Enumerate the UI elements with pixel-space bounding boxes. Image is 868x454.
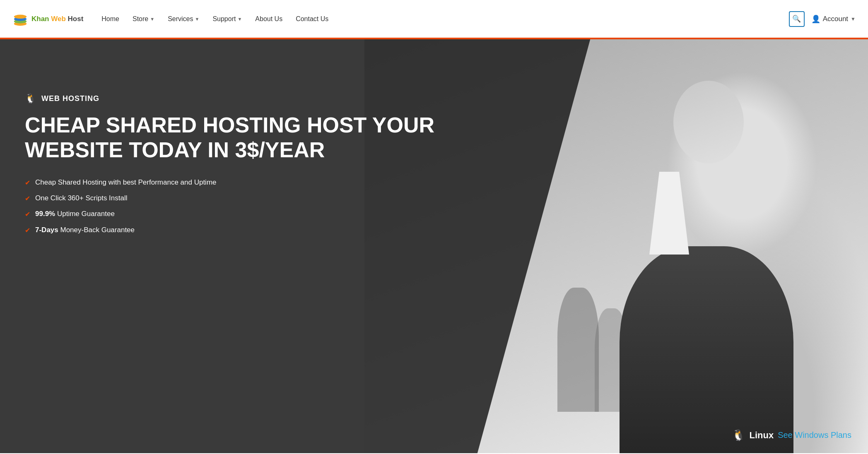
man-body xyxy=(620,246,793,453)
nav-store[interactable]: Store ▼ xyxy=(127,12,160,26)
user-icon: 👤 xyxy=(811,14,820,24)
linux-tux-icon: 🐧 xyxy=(25,93,36,104)
nav-links: Home Store ▼ Services ▼ Support ▼ About … xyxy=(96,12,788,26)
account-button[interactable]: 👤 Account ▼ xyxy=(811,14,856,24)
services-chevron-icon: ▼ xyxy=(195,17,200,22)
check-icon-2: ✔ xyxy=(25,194,30,203)
hero-section: 🐧 WEB HOSTING CHEAP SHARED HOSTING HOST … xyxy=(0,39,868,453)
nav-support[interactable]: Support ▼ xyxy=(207,12,248,26)
feature-1: ✔ Cheap Shared Hosting with best Perform… xyxy=(25,178,453,187)
linux-label: Linux xyxy=(749,430,774,441)
check-icon-4: ✔ xyxy=(25,226,30,235)
nav-about-us[interactable]: About Us xyxy=(249,12,288,26)
svg-point-3 xyxy=(14,14,27,19)
logo[interactable]: Khan Web Host xyxy=(12,11,83,27)
nav-services[interactable]: Services ▼ xyxy=(162,12,205,26)
search-button[interactable]: 🔍 xyxy=(789,11,805,27)
nav-home[interactable]: Home xyxy=(96,12,125,26)
hero-content: 🐧 WEB HOSTING CHEAP SHARED HOSTING HOST … xyxy=(0,39,477,453)
nav-right: 🔍 👤 Account ▼ xyxy=(789,11,856,27)
account-chevron-icon: ▼ xyxy=(851,16,856,22)
hero-features-list: ✔ Cheap Shared Hosting with best Perform… xyxy=(25,178,453,235)
check-icon-1: ✔ xyxy=(25,178,30,187)
hero-bottom-right: 🐧 Linux See Windows Plans xyxy=(732,429,851,442)
check-icon-3: ✔ xyxy=(25,210,30,219)
linux-tux-bottom-icon: 🐧 xyxy=(732,429,745,442)
hero-title: CHEAP SHARED HOSTING HOST YOUR WEBSITE T… xyxy=(25,113,453,163)
feature-2: ✔ One Click 360+ Scripts Install xyxy=(25,193,453,203)
support-chevron-icon: ▼ xyxy=(237,17,242,22)
nav-contact-us[interactable]: Contact Us xyxy=(290,12,334,26)
navbar: Khan Web Host Home Store ▼ Services ▼ Su… xyxy=(0,0,868,39)
man-head xyxy=(673,81,744,163)
bg-person-1 xyxy=(557,288,599,412)
hero-subtitle: 🐧 WEB HOSTING xyxy=(25,93,453,104)
search-icon: 🔍 xyxy=(792,14,801,23)
feature-4: ✔ 7-Days Money-Back Guarantee xyxy=(25,225,453,235)
store-chevron-icon: ▼ xyxy=(150,17,154,22)
see-windows-plans-link[interactable]: See Windows Plans xyxy=(778,430,851,440)
logo-icon xyxy=(12,11,28,27)
logo-text: Khan Web Host xyxy=(31,15,83,23)
feature-3: ✔ 99.9% Uptime Guarantee xyxy=(25,209,453,219)
